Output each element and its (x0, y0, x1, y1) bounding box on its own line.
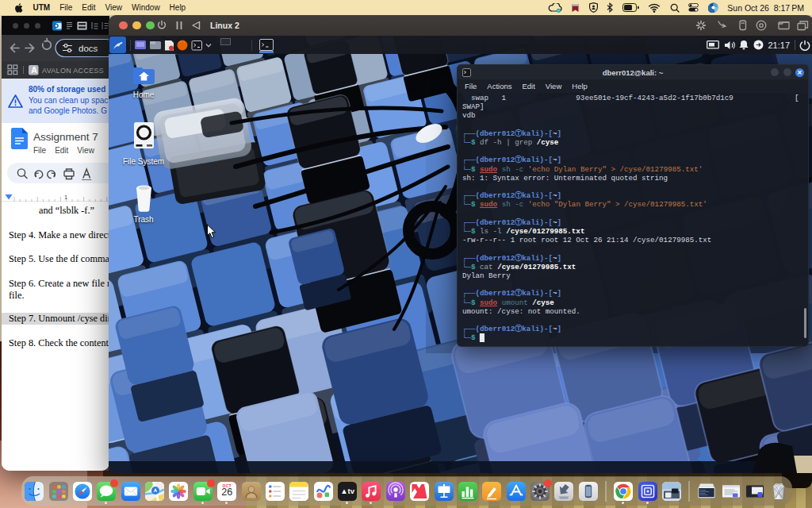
svg-text:1: 1 (64, 194, 67, 201)
svg-text:docs: docs (79, 44, 98, 53)
svg-text:A: A (31, 65, 37, 75)
svg-text:AVALON ACCESS: AVALON ACCESS (42, 67, 104, 75)
